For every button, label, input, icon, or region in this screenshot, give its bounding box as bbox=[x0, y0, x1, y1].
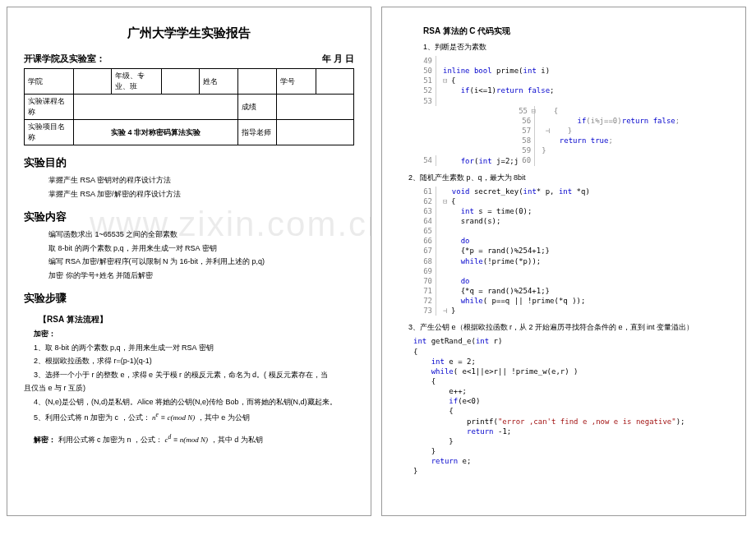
cell: 实验课程名称 bbox=[25, 95, 74, 120]
code-block-2: 61 void secret_key(int* p, int *q) 62⊟{ … bbox=[420, 187, 729, 316]
para: 取 8-bit 的两个素数 p,q，并用来生成一对 RSA 密钥 bbox=[48, 243, 354, 255]
cell: 指导老师 bbox=[238, 120, 277, 145]
t: 5、利用公式将 n 加密为 c ，公式： bbox=[34, 413, 150, 422]
head-left: 开课学院及实验室： bbox=[24, 53, 105, 65]
section-title: 实验目的 bbox=[24, 155, 354, 170]
cell bbox=[277, 120, 354, 145]
section-title: RSA 算法的 C 代码实现 bbox=[423, 25, 729, 37]
sub: 3、产生公钥 e（根据欧拉函数 r，从 2 开始遍历寻找符合条件的 e，直到 i… bbox=[408, 322, 729, 333]
cell: 姓名 bbox=[200, 69, 238, 95]
head-line: 开课学院及实验室： 年 月 日 bbox=[24, 53, 354, 65]
para: 2、根据欧拉函数，求得 r=(p-1)(q-1) bbox=[34, 356, 354, 367]
cell: 实验 4 非对称密码算法实验 bbox=[73, 120, 237, 145]
para: 解密： 利用公式将 c 加密为 n ，公式： cd ≡ n(mod N) ，其中… bbox=[34, 432, 354, 446]
cell bbox=[73, 95, 237, 120]
enc-title: 加密： bbox=[34, 329, 354, 340]
info-table: 学院 年级、专业、班 姓名 学号 实验课程名称 成绩 实验项目名称 实验 4 非… bbox=[24, 68, 354, 145]
para: 掌握产生 RSA 加密/解密的程序设计方法 bbox=[48, 189, 354, 201]
cell: 成绩 bbox=[238, 95, 277, 120]
t: ，其中 d 为私钥 bbox=[210, 436, 263, 444]
cell: 年级、专业、班 bbox=[112, 69, 162, 95]
doc-title: 广州大学学生实验报告 bbox=[24, 25, 354, 41]
para: 编写 RSA 加密/解密程序(可以限制 N 为 16-bit，并利用上述的 p,… bbox=[48, 256, 354, 268]
cell bbox=[238, 69, 277, 95]
para: 3、选择一个小于 r 的整数 e，求得 e 关于模 r 的模反元素，命名为 d。… bbox=[34, 370, 354, 381]
para: 且仅当 e 与 r 互质) bbox=[24, 383, 354, 394]
t: 利用公式将 c 加密为 n ，公式： bbox=[58, 436, 164, 444]
cell: 实验项目名称 bbox=[25, 120, 74, 145]
dec-title: 解密： bbox=[34, 436, 56, 444]
head-right: 年 月 日 bbox=[322, 53, 354, 65]
para: 1、取 8-bit 的两个素数 p,q，并用来生成一对 RSA 密钥 bbox=[34, 343, 354, 354]
code-block-1: 49 50inline bool prime(int i) 51⊟{ 52 if… bbox=[420, 56, 729, 166]
para: 编写函数求出 1~65535 之间的全部素数 bbox=[48, 229, 354, 241]
cell bbox=[73, 69, 111, 95]
section-title: 实验步骤 bbox=[24, 291, 354, 306]
formula: cd ≡ n(mod N) bbox=[165, 436, 209, 444]
cell: 学号 bbox=[277, 69, 316, 95]
code-block-3: int getRand_e(int r) { int e = 2; while(… bbox=[413, 336, 729, 476]
page-right: RSA 算法的 C 代码实现 1、判断是否为素数 49 50inline boo… bbox=[381, 7, 746, 516]
para: 加密 你的学号+姓名 并随后解密 bbox=[48, 270, 354, 282]
sub: 1、判断是否为素数 bbox=[423, 42, 729, 53]
para: 5、利用公式将 n 加密为 c ，公式： ne ≡ c(mod N) ，其中 e… bbox=[34, 410, 354, 424]
section-title: 实验内容 bbox=[24, 210, 354, 224]
sub-title: 【RSA 算法流程】 bbox=[39, 314, 354, 325]
cell bbox=[277, 95, 354, 120]
cell: 学院 bbox=[25, 69, 74, 95]
t: ，其中 e 为公钥 bbox=[197, 413, 250, 422]
cell bbox=[316, 69, 353, 95]
cell bbox=[161, 69, 199, 95]
para: 4、(N,e)是公钥，(N,d)是私钥。Alice 将她的公钥(N,e)传给 B… bbox=[34, 397, 354, 408]
sub: 2、随机产生素数 p、q，最大为 8bit bbox=[408, 173, 729, 183]
page-left: 广州大学学生实验报告 开课学院及实验室： 年 月 日 学院 年级、专业、班 姓名… bbox=[7, 7, 371, 516]
formula: ne ≡ c(mod N) bbox=[152, 413, 195, 422]
para: 掌握产生 RSA 密钥对的程序设计方法 bbox=[48, 175, 354, 187]
